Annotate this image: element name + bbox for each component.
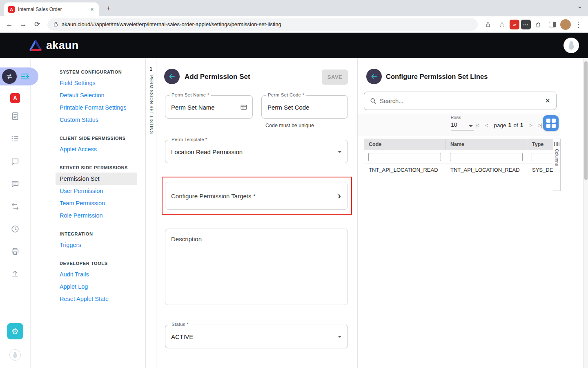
page-current: 1 — [508, 122, 512, 128]
sidebar-item-custom-status[interactable]: Custom Status — [56, 114, 137, 126]
sidebar-item-user-permission[interactable]: User Permission — [56, 185, 137, 197]
browser-tab[interactable]: A Internal Sales Order ✕ — [4, 2, 99, 16]
swap-arrows-icon — [6, 73, 13, 80]
grid-view-button[interactable] — [543, 115, 559, 131]
search-icon — [370, 98, 376, 104]
avatar-penguin-icon — [567, 40, 576, 50]
description-field[interactable]: Description — [165, 229, 348, 305]
user-avatar[interactable] — [564, 38, 579, 53]
save-button[interactable]: SAVE — [322, 70, 348, 85]
list-icon[interactable] — [11, 134, 20, 143]
configure-permission-targets-card[interactable]: Configure Permission Targets * › — [165, 182, 348, 210]
perm-set-code-field[interactable]: Perm Set Code * Perm Set Code — [261, 95, 348, 119]
history-clock-icon[interactable] — [11, 224, 20, 233]
permission-lines-table: Code Name Type TNT_API_LOCATION_READ TNT… — [364, 139, 553, 176]
browser-menu-kebab-icon[interactable]: ⋮ — [572, 18, 585, 31]
sidebar-item-permission-set[interactable]: Permission Set — [56, 173, 137, 185]
forward-button[interactable]: → — [17, 18, 29, 31]
lines-back-button[interactable] — [366, 69, 382, 84]
permission-set-listing-tab[interactable]: 1 PERMISSION SET LISTING — [145, 58, 156, 368]
first-page-button[interactable]: |< — [475, 122, 479, 128]
prev-page-button[interactable]: < — [485, 122, 488, 128]
assistant-avatar[interactable] — [9, 349, 21, 361]
sidebar-section-integration: INTEGRATION — [60, 231, 133, 236]
sidebar-item-applet-access[interactable]: Applet Access — [56, 143, 137, 155]
reload-button[interactable]: ⟳ — [31, 18, 43, 31]
akaun-triangle-icon — [29, 39, 42, 52]
feedback-chat-icon[interactable] — [11, 180, 20, 188]
last-page-button[interactable]: >| — [538, 122, 542, 128]
columns-drawer-toggle[interactable]: Columns — [553, 139, 561, 191]
filter-input-type[interactable] — [532, 153, 553, 161]
browser-tab-strip: A Internal Sales Order ✕ + ⌄ — [0, 0, 588, 16]
sidebar-item-applet-log[interactable]: Applet Log — [56, 280, 137, 293]
applet-switch-button[interactable] — [2, 69, 17, 84]
cell-code: TNT_API_LOCATION_READ — [364, 164, 445, 176]
url-bar[interactable]: akaun.cloud/#/applet/tnt/wavelet/erp/int… — [47, 18, 478, 31]
back-button[interactable]: ← — [3, 18, 16, 31]
upload-icon[interactable] — [11, 269, 20, 278]
compare-arrows-icon[interactable] — [11, 202, 20, 211]
page-word: page — [494, 122, 506, 128]
status-select[interactable]: Status * ACTIVE — [165, 325, 348, 348]
new-tab-button[interactable]: + — [104, 3, 114, 13]
next-page-button[interactable]: > — [529, 122, 532, 128]
filter-input-code[interactable] — [368, 153, 441, 161]
sidebar-item-printable-format-settings[interactable]: Printable Format Settings — [56, 101, 137, 114]
sidebar-item-audit-trails[interactable]: Audit Trails — [56, 268, 137, 280]
share-icon[interactable] — [482, 18, 494, 31]
chat-icon[interactable] — [11, 157, 20, 166]
perm-set-name-label: Perm Set Name * — [169, 92, 211, 97]
form-back-button[interactable] — [164, 69, 180, 84]
acrobat-icon[interactable]: A — [10, 93, 20, 103]
column-header-code[interactable]: Code — [364, 139, 445, 150]
url-text: akaun.cloud/#/applet/tnt/wavelet/erp/int… — [62, 21, 281, 27]
sidebar-item-field-settings[interactable]: Field Settings — [56, 77, 137, 89]
column-header-type[interactable]: Type — [527, 139, 553, 150]
rows-per-page-value: 10 — [451, 121, 457, 128]
settings-gear-button[interactable]: ⚙ — [7, 323, 23, 339]
table-filter-row — [364, 150, 553, 164]
perm-set-name-field[interactable]: Perm Set Name * Perm Set Name — [165, 95, 253, 119]
perm-template-select[interactable]: Perm Template * Location Read Permission — [165, 140, 348, 163]
perm-template-label: Perm Template * — [169, 137, 209, 142]
search-input[interactable] — [380, 98, 542, 104]
dropdown-caret-icon — [338, 151, 342, 153]
receipt-icon[interactable] — [11, 112, 20, 121]
tab-list-chevron-icon[interactable]: ⌄ — [577, 2, 582, 10]
sidebar-section-server-side-permissions: SERVER SIDE PERMISSIONS — [60, 165, 133, 170]
applet-icon-rail: A ⚙ — [0, 58, 31, 368]
applet-switcher-pill[interactable] — [0, 67, 38, 85]
sidebar-item-team-permission[interactable]: Team Permission — [56, 197, 137, 209]
sidebar-item-role-permission[interactable]: Role Permission — [56, 209, 137, 222]
bookmark-star-icon[interactable]: ☆ — [496, 18, 508, 31]
status-value: ACTIVE — [171, 333, 193, 340]
sidebar-item-default-selection[interactable]: Default Selection — [56, 89, 137, 101]
drawer-toggle-icon[interactable] — [20, 72, 30, 81]
form-title: Add Permission Set — [185, 73, 250, 81]
browser-profile-avatar[interactable] — [560, 19, 571, 30]
printer-icon[interactable] — [11, 247, 20, 256]
sidebar-item-triggers[interactable]: Triggers — [56, 239, 137, 251]
pagination-controls: |< < page 1 of 1 > >| — [475, 119, 542, 131]
side-panel-icon[interactable] — [546, 18, 559, 31]
lookup-table-icon[interactable] — [240, 103, 247, 111]
status-label: Status * — [169, 322, 191, 327]
scrollbar-thumb[interactable] — [584, 61, 588, 180]
filter-input-name[interactable] — [450, 153, 523, 161]
rows-per-page-select[interactable]: 10 — [451, 121, 474, 130]
extension-red-icon[interactable]: » — [510, 20, 519, 29]
tab-close-icon[interactable]: ✕ — [89, 6, 95, 13]
extensions-puzzle-icon[interactable] — [532, 18, 545, 31]
listing-tab-label: PERMISSION SET LISTING — [149, 75, 154, 134]
akaun-logo[interactable]: akaun — [29, 39, 79, 52]
clear-search-icon[interactable]: ✕ — [545, 97, 550, 105]
sidebar-item-reset-applet-state[interactable]: Reset Applet State — [56, 293, 137, 305]
of-word: of — [513, 122, 518, 128]
settings-sidebar: SYSTEM CONFIGURATION Field Settings Defa… — [56, 69, 137, 305]
column-header-name[interactable]: Name — [445, 139, 527, 150]
lines-search-box[interactable]: ✕ — [364, 92, 557, 110]
screen: A Internal Sales Order ✕ + ⌄ ← → ⟳ akaun… — [0, 0, 588, 368]
extension-dark-icon[interactable]: ⋯ — [521, 20, 531, 29]
table-row[interactable]: TNT_API_LOCATION_READ TNT_API_LOCATION_R… — [364, 164, 553, 176]
